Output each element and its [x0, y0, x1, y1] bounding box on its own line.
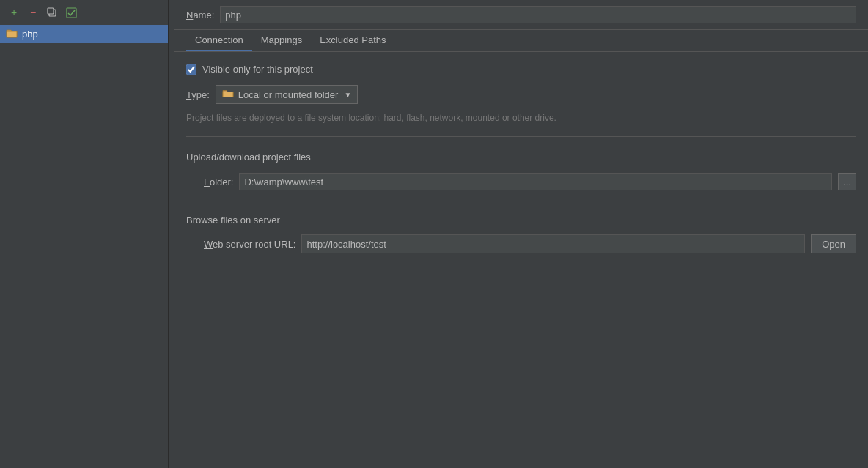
visible-only-row: Visible only for this project [186, 61, 856, 78]
type-description: Project files are deployed to a file sys… [186, 111, 856, 126]
type-row: Type: Local or mounted folder ▼ [186, 85, 856, 104]
web-server-input[interactable] [301, 234, 805, 253]
add-button[interactable]: + [6, 4, 22, 21]
folder-icon [6, 28, 18, 40]
tab-connection[interactable]: Connection [186, 30, 252, 51]
settings-button[interactable] [63, 4, 79, 21]
type-dropdown[interactable]: Local or mounted folder ▼ [216, 85, 358, 104]
name-row: Name: [174, 0, 868, 30]
tabs-bar: Connection Mappings Excluded Paths [174, 30, 868, 52]
visible-only-label: Visible only for this project [202, 64, 313, 75]
folder-row: Folder: ... [186, 173, 856, 190]
tab-mappings[interactable]: Mappings [252, 30, 311, 51]
name-label: Name: [186, 10, 214, 21]
remove-button[interactable]: − [25, 4, 41, 21]
visible-only-checkbox[interactable] [186, 64, 196, 75]
browse-button[interactable]: ... [838, 173, 856, 190]
sidebar-item-label: php [22, 29, 38, 40]
content-area: Visible only for this project Type: Loca… [174, 52, 868, 262]
folder-label: Folder: [204, 177, 233, 187]
sidebar-item-php[interactable]: php [0, 25, 168, 43]
folder-type-icon [222, 89, 234, 100]
open-button[interactable]: Open [811, 234, 856, 253]
dropdown-arrow-icon: ▼ [344, 91, 351, 99]
svg-rect-2 [67, 8, 76, 18]
section-divider-1 [186, 136, 856, 137]
type-dropdown-text: Local or mounted folder [238, 89, 339, 100]
svg-rect-1 [48, 8, 54, 14]
drag-handle[interactable]: ⋮ [169, 0, 174, 468]
web-server-label: Web server root URL: [204, 239, 295, 250]
type-label: Type: [186, 89, 210, 100]
name-input[interactable] [220, 6, 856, 23]
main-right: Name: Connection Mappings Excluded Paths… [174, 0, 868, 468]
copy-button[interactable] [44, 4, 60, 21]
browse-section-title: Browse files on server [186, 210, 856, 229]
upload-section-title: Upload/download project files [186, 147, 856, 166]
tab-excluded-paths[interactable]: Excluded Paths [311, 30, 394, 51]
main-panel: ⋮ Name: Connection Mappings Excluded Pat… [169, 0, 868, 468]
sidebar: + − php [0, 0, 169, 468]
web-server-row: Web server root URL: Open [186, 234, 856, 253]
toolbar: + − [0, 0, 168, 25]
browse-section: Browse files on server Web server root U… [186, 204, 856, 253]
folder-input[interactable] [239, 173, 832, 190]
